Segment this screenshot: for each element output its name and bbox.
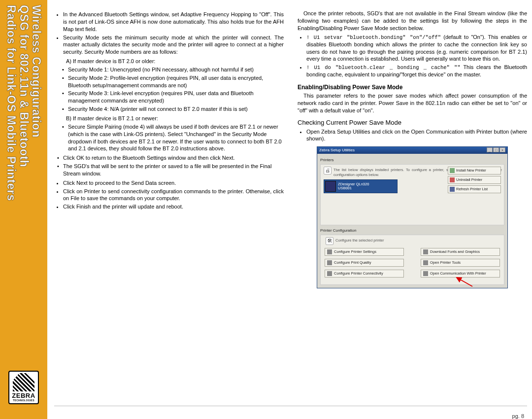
click-printer: Click on Printer to send connectivity co… (63, 188, 284, 203)
sidebar-line1: Wireless Congiguration (30, 5, 43, 138)
window-controls[interactable]: _□× (486, 147, 505, 154)
page-number: pg. 8 (512, 413, 524, 419)
printer-config-hint: 🛠 Configure the selected printer (335, 238, 500, 243)
sidebar: Wireless Congiguration QSG for 802.11n &… (0, 0, 47, 419)
zebra-logo: ZEBRA TECHNOLOGIES (8, 371, 39, 404)
cfg-quality-label: Configure Print Quality (334, 260, 371, 265)
printer-hint-icon: 🖨 (324, 167, 332, 175)
cfg-settings-label: Configure Printer Settings (334, 249, 376, 254)
secure-simple-pairing: Secure Simple Pairing (mode 4) will alwa… (68, 123, 284, 152)
left-bullet-secmode: Security Mode sets the minimum security … (63, 34, 284, 56)
cfg-settings-icon (327, 249, 332, 254)
final-stream: The SGD's that will be sent to the print… (63, 163, 284, 177)
cmd-clear-cache: ! U1 do "bluetooth.clear _ bonding _ cac… (306, 64, 527, 78)
configure-printer-settings-button[interactable]: Configure Printer Settings (325, 248, 404, 256)
config-hint-text: Configure the selected printer (335, 238, 384, 243)
refresh-printer-list-button[interactable]: Refresh Printer List (448, 185, 501, 193)
lettered-a: A) If master device is BT 2.0 or older: (66, 58, 284, 65)
secmode-4: Security Mode 4: N/A (printer will not c… (68, 105, 284, 113)
sidebar-line3: Radios for Link-OS Mobile Printers (5, 5, 18, 201)
cmd-bonding: ! U1 setvar "bluetooth.bonding" "on"/"of… (306, 34, 527, 63)
page-content: In the Advanced Bluetooth Settings windo… (54, 10, 527, 414)
install-icon (450, 168, 455, 173)
uninstall-printer-button[interactable]: Uninstall Printer (448, 176, 501, 184)
printers-label: Printers (320, 158, 504, 163)
printer-icon (325, 181, 336, 192)
config-hint-icon: 🛠 (326, 237, 333, 245)
click-ok: Click OK to return to the Bluetooth Sett… (63, 154, 284, 162)
printer-port: USB001 (338, 186, 369, 190)
footer-rule (54, 406, 527, 406)
open-printer-tools-button[interactable]: Open Printer Tools (421, 259, 500, 267)
zebra-logo-sub: TECHNOLOGIES (13, 399, 34, 402)
dl-fonts-label: Download Fonts and Graphics (430, 249, 480, 254)
lettered-b: B) If master device is BT 2.1 or newer: (66, 115, 284, 122)
open-communication-button[interactable]: Open Communication With Printer (421, 270, 500, 278)
install-label: Install New Printer (456, 168, 486, 173)
open-tools-label: Open Printer Tools (430, 260, 461, 265)
right-intro: Once the printer reboots, SGD's that are… (298, 10, 527, 32)
secmode-1: Security Mode 1: Unencrypted (no PIN nec… (68, 66, 284, 73)
left-bullet-afh: In the Advanced Bluetooth Settings windo… (63, 11, 284, 33)
close-icon[interactable]: × (499, 147, 505, 152)
uninstall-icon (450, 177, 455, 182)
click-next: Click Next to proceed to the Send Data s… (63, 179, 284, 187)
open-zsu: Open Zebra Setup Utilities and click on … (306, 128, 527, 143)
sidebar-title: Wireless Congiguration QSG for 802.11n &… (5, 5, 42, 201)
cmd-clear-code: ! U1 do "bluetooth.clear _ bonding _ cac… (306, 65, 461, 70)
maximize-icon[interactable]: □ (493, 147, 499, 152)
open-comm-label: Open Communication With Printer (430, 271, 486, 276)
cfg-conn-label: Configure Printer Connectivity (334, 271, 383, 276)
zsu-titlebar: Zebra Setup Utilities _□× (317, 147, 507, 154)
heading-powersave: Enabling/Disabling Power Save Mode (298, 83, 527, 91)
zebra-head-icon (13, 373, 34, 391)
cmd-bonding-code: ! U1 setvar "bluetooth.bonding" "on"/"of… (306, 35, 441, 40)
uninstall-label: Uninstall Printer (456, 177, 482, 182)
sidebar-line2: QSG for 802.11n & Bluetooth (18, 5, 31, 167)
zsu-title: Zebra Setup Utilities (319, 147, 355, 154)
install-new-printer-button[interactable]: Install New Printer (448, 167, 501, 175)
secmode-2: Security Mode 2: Profile-level encryptio… (68, 74, 284, 89)
click-finish: Click Finish and the printer will update… (63, 203, 284, 210)
left-column: In the Advanced Bluetooth Settings windo… (54, 10, 284, 399)
refresh-icon (450, 187, 455, 192)
printer-config-panel: 🛠 Configure the selected printer Configu… (320, 235, 504, 285)
configure-print-quality-button[interactable]: Configure Print Quality (325, 259, 404, 267)
zsu-screenshot: Zebra Setup Utilities _□× Printers 🖨 The… (317, 146, 508, 288)
zebra-logo-name: ZEBRA (12, 392, 35, 399)
right-column: Once the printer reboots, SGD's that are… (298, 10, 527, 399)
dl-fonts-icon (423, 249, 428, 254)
printer-config-label: Printer Configuration (320, 228, 504, 234)
powersave-text: This parameter refers to the power save … (298, 92, 527, 114)
secmode-3: Security Mode 3: Link-level encryption (… (68, 90, 284, 105)
svg-line-0 (457, 278, 472, 286)
download-fonts-button[interactable]: Download Fonts and Graphics (421, 248, 500, 256)
open-tools-icon (423, 260, 428, 265)
minimize-icon[interactable]: _ (487, 147, 493, 152)
printers-panel: 🖨 The list below displays installed prin… (320, 164, 504, 225)
refresh-label: Refresh Printer List (456, 187, 488, 192)
cfg-quality-icon (327, 260, 332, 265)
cfg-conn-icon (327, 271, 332, 276)
open-comm-icon (423, 271, 428, 276)
configure-printer-connectivity-button[interactable]: Configure Printer Connectivity (325, 270, 404, 278)
printer-list-item[interactable]: ZDesigner QLn320 USB001 (324, 179, 398, 193)
heading-checking: Checking Current Power Save Mode (298, 118, 527, 127)
